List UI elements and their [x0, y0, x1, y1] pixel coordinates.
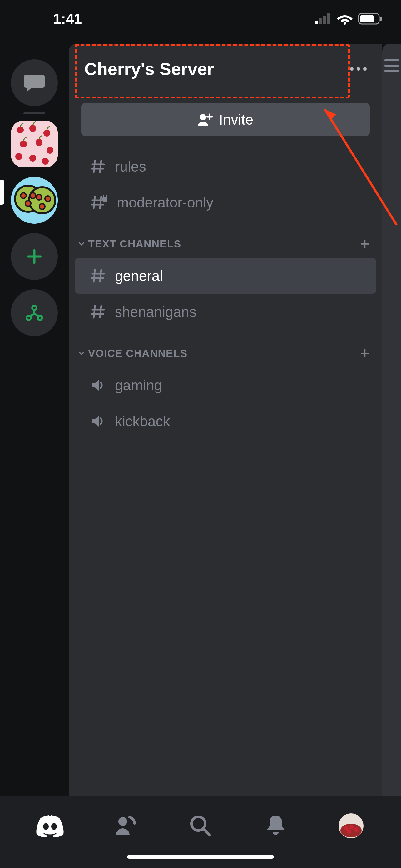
channel-rules[interactable]: rules [75, 148, 376, 184]
hash-lock-icon [91, 195, 108, 210]
svg-point-25 [45, 196, 51, 202]
server-more-icon[interactable] [350, 67, 367, 71]
hash-icon [91, 304, 106, 320]
svg-point-21 [21, 193, 26, 198]
trees-avatar-icon [11, 177, 58, 224]
chat-peek[interactable] [382, 44, 401, 796]
battery-icon [358, 13, 382, 25]
svg-point-23 [25, 200, 31, 206]
svg-line-36 [203, 829, 209, 835]
svg-point-41 [354, 827, 358, 832]
svg-point-14 [46, 147, 54, 154]
invite-person-icon [198, 113, 213, 126]
wifi-icon [337, 13, 353, 25]
svg-rect-6 [360, 15, 374, 23]
server-cherries[interactable] [11, 121, 58, 167]
category-label: TEXT CHANNELS [88, 238, 181, 250]
active-server-indicator [0, 180, 4, 205]
discord-logo-icon [36, 815, 64, 837]
category-voice-channels[interactable]: VOICE CHANNELS + [69, 339, 382, 367]
chat-bubble-icon [24, 73, 45, 92]
add-channel-icon[interactable]: + [360, 234, 370, 253]
svg-point-11 [43, 130, 50, 136]
status-time: 1:41 [19, 10, 82, 27]
svg-point-12 [20, 141, 27, 148]
member-list-icon[interactable] [385, 59, 399, 796]
friend-wave-icon [114, 814, 136, 837]
svg-point-22 [30, 193, 36, 198]
svg-rect-31 [102, 197, 107, 202]
channel-name-label: general [115, 268, 163, 284]
category-label: VOICE CHANNELS [88, 347, 188, 359]
svg-rect-3 [327, 13, 330, 24]
channel-name-label: shenanigans [115, 303, 196, 320]
channel-name-label: rules [115, 158, 146, 175]
server-rail [0, 44, 69, 796]
tab-profile[interactable] [335, 810, 367, 841]
svg-point-42 [347, 829, 352, 834]
svg-point-13 [36, 139, 42, 146]
hash-icon [91, 268, 106, 284]
hub-icon [25, 304, 44, 321]
svg-point-24 [36, 194, 42, 200]
status-bar: 1:41 [0, 0, 401, 37]
svg-rect-7 [380, 17, 381, 21]
invite-button[interactable]: Invite [81, 103, 370, 136]
svg-rect-0 [315, 21, 318, 24]
server-trees[interactable] [11, 177, 58, 224]
svg-point-9 [17, 127, 24, 133]
channel-name-label: moderator-only [117, 194, 213, 211]
tab-home[interactable] [34, 810, 66, 841]
svg-point-26 [39, 204, 45, 209]
rail-divider [24, 113, 45, 114]
speaker-icon [91, 413, 106, 429]
svg-rect-1 [319, 18, 322, 24]
svg-point-10 [29, 125, 36, 132]
status-icons [315, 13, 382, 25]
dm-button[interactable] [11, 59, 58, 106]
tab-search[interactable] [185, 810, 216, 841]
channel-name-label: gaming [115, 377, 162, 394]
svg-point-16 [29, 155, 36, 161]
cellular-icon [315, 13, 332, 24]
channel-general[interactable]: general [75, 258, 376, 294]
svg-rect-2 [323, 16, 326, 24]
voice-channel-gaming[interactable]: gaming [75, 367, 376, 403]
tab-friends[interactable] [110, 810, 141, 841]
add-server-button[interactable] [11, 233, 58, 280]
svg-point-15 [15, 153, 22, 160]
svg-point-40 [349, 825, 354, 829]
home-indicator [127, 855, 274, 859]
chevron-down-icon [78, 350, 85, 356]
chevron-down-icon [78, 240, 85, 247]
voice-channel-kickback[interactable]: kickback [75, 403, 376, 439]
bell-icon [266, 814, 286, 837]
server-header[interactable]: Cherry's Server [69, 44, 382, 94]
channel-shenanigans[interactable]: shenanigans [75, 294, 376, 330]
hash-icon [91, 159, 106, 174]
channel-name-label: kickback [115, 413, 170, 430]
discover-button[interactable] [11, 289, 58, 336]
search-icon [189, 814, 212, 837]
svg-point-30 [200, 114, 206, 120]
invite-label: Invite [219, 111, 253, 128]
channel-moderator-only[interactable]: moderator-only [75, 184, 376, 220]
plus-icon [26, 248, 42, 265]
add-channel-icon[interactable]: + [360, 343, 370, 363]
cherries-avatar-icon [11, 121, 58, 167]
tab-notifications[interactable] [260, 810, 291, 841]
svg-point-17 [42, 158, 49, 165]
svg-point-34 [119, 817, 127, 826]
user-avatar [338, 813, 364, 838]
server-name: Cherry's Server [84, 59, 214, 79]
channel-panel: Cherry's Server Invite rules [69, 44, 382, 796]
svg-point-4 [343, 22, 346, 25]
speaker-icon [91, 377, 106, 393]
category-text-channels[interactable]: TEXT CHANNELS + [69, 230, 382, 258]
